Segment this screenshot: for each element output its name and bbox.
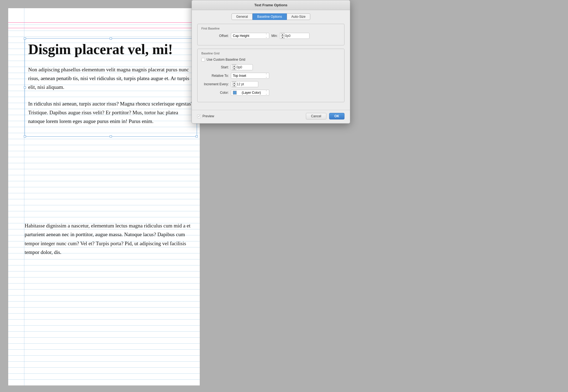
baseline-line xyxy=(8,349,200,350)
baseline-line xyxy=(8,295,200,296)
col-guide-left xyxy=(24,8,24,385)
relative-to-value: Top Inset xyxy=(233,74,246,78)
body-paragraph-1: Non adipiscing phasellus elementum velit… xyxy=(28,65,193,92)
color-select[interactable]: (Layer Color) ⌃⌄ xyxy=(231,90,269,96)
first-baseline-legend: First Baseline xyxy=(201,27,340,30)
text-frame-inner: Disgim placerat vel, mi! Non adipiscing … xyxy=(25,39,197,136)
cancel-button[interactable]: Cancel xyxy=(306,113,326,119)
start-stepper-down[interactable]: ▼ xyxy=(232,67,236,70)
page: Disgim placerat vel, mi! Non adipiscing … xyxy=(8,8,200,385)
tab-auto-size[interactable]: Auto-Size xyxy=(287,13,310,20)
start-value: 0p0 xyxy=(237,65,251,69)
min-stepper[interactable]: ▲ ▼ xyxy=(281,33,285,39)
baseline-grid-group: Baseline Grid Use Custom Baseline Grid S… xyxy=(197,49,344,102)
use-custom-baseline-checkbox[interactable] xyxy=(201,58,205,62)
preview-label: Preview xyxy=(202,114,214,118)
min-field: Min: ▲ ▼ 0p0 xyxy=(271,33,309,39)
dialog-footer: Preview Cancel OK xyxy=(192,110,350,123)
min-value: 0p0 xyxy=(285,34,308,38)
baseline-line xyxy=(8,187,200,187)
handle-bottom-right[interactable] xyxy=(196,135,198,138)
min-input[interactable]: ▲ ▼ 0p0 xyxy=(279,33,309,39)
handle-top-left[interactable] xyxy=(24,37,26,40)
baseline-line xyxy=(8,307,200,308)
min-stepper-down[interactable]: ▼ xyxy=(281,36,285,39)
footer-right: Cancel OK xyxy=(306,113,344,119)
baseline-line xyxy=(8,343,200,344)
offset-label: Offset: xyxy=(201,34,229,38)
start-stepper[interactable]: ▲ ▼ xyxy=(232,65,236,70)
baseline-line xyxy=(8,169,200,169)
baseline-line xyxy=(8,265,200,265)
increment-stepper-down[interactable]: ▼ xyxy=(232,84,236,87)
relative-to-label: Relative To: xyxy=(201,74,229,78)
baseline-line xyxy=(8,37,200,37)
start-stepper-up[interactable]: ▲ xyxy=(232,65,236,67)
baseline-line xyxy=(8,301,200,302)
relative-to-select[interactable]: Top Inset ⌃⌄ xyxy=(231,73,269,79)
increment-stepper-up[interactable]: ▲ xyxy=(232,81,236,84)
baseline-line xyxy=(8,145,200,145)
offset-value: Cap Height xyxy=(233,34,249,38)
handle-bottom-mid[interactable] xyxy=(110,135,112,138)
custom-baseline-row: Use Custom Baseline Grid xyxy=(201,58,340,62)
relative-to-row: Relative To: Top Inset ⌃⌄ xyxy=(201,73,340,79)
increment-stepper[interactable]: ▲ ▼ xyxy=(232,81,236,87)
color-value: (Layer Color) xyxy=(242,91,261,95)
tab-baseline-options[interactable]: Baseline Options xyxy=(253,13,287,20)
min-label: Min: xyxy=(271,34,278,38)
min-stepper-up[interactable]: ▲ xyxy=(281,33,285,36)
baseline-line xyxy=(8,319,200,320)
handle-top-mid[interactable] xyxy=(110,37,112,40)
preview-checkbox[interactable] xyxy=(197,115,201,118)
text-outside: Habitasse dignissim a nascetur, elementu… xyxy=(25,221,197,264)
baseline-line xyxy=(8,205,200,205)
start-row: Start: ▲ ▼ 0p0 xyxy=(201,64,340,70)
start-input[interactable]: ▲ ▼ 0p0 xyxy=(231,64,253,70)
baseline-line xyxy=(8,271,200,271)
relative-to-chevron-icon: ⌃⌄ xyxy=(265,73,267,78)
offset-select[interactable]: Cap Height ⌃⌄ xyxy=(231,33,269,39)
increment-row: Increment Every: ▲ ▼ 12 pt xyxy=(201,81,340,87)
baseline-line xyxy=(8,157,200,157)
baseline-grid-legend: Baseline Grid xyxy=(201,52,340,55)
baseline-line xyxy=(8,175,200,175)
offset-row: Offset: Cap Height ⌃⌄ Min: ▲ ▼ 0p0 xyxy=(201,33,340,39)
baseline-line xyxy=(8,361,200,362)
body-paragraph-2: In ridiculus nisi aenean, turpis auctor … xyxy=(28,100,193,126)
increment-input[interactable]: ▲ ▼ 12 pt xyxy=(231,81,258,87)
baseline-line xyxy=(8,373,200,374)
dialog-titlebar: Text Frame Options xyxy=(192,0,350,10)
tab-general[interactable]: General xyxy=(231,13,253,20)
ok-button[interactable]: OK xyxy=(329,113,344,119)
baseline-line xyxy=(8,325,200,326)
baseline-line xyxy=(8,31,200,31)
baseline-line xyxy=(8,283,200,283)
color-swatch-icon xyxy=(233,91,237,95)
guide-pink-2 xyxy=(8,28,200,28)
color-label: Color: xyxy=(201,91,229,95)
baseline-line xyxy=(8,367,200,368)
body-paragraph-3: Habitasse dignissim a nascetur, elementu… xyxy=(25,221,197,257)
baseline-line xyxy=(8,151,200,151)
color-chevron-icon: ⌃⌄ xyxy=(265,90,267,95)
baseline-line xyxy=(8,331,200,332)
baseline-line xyxy=(8,379,200,380)
dialog-title: Text Frame Options xyxy=(254,3,287,7)
use-custom-baseline-label: Use Custom Baseline Grid xyxy=(207,58,245,62)
handle-left-mid[interactable] xyxy=(24,86,26,89)
heading-text: Disgim placerat vel, mi! xyxy=(28,41,193,58)
baseline-line xyxy=(8,337,200,338)
text-frame[interactable]: Disgim placerat vel, mi! Non adipiscing … xyxy=(25,38,197,137)
dialog-body: First Baseline Offset: Cap Height ⌃⌄ Min… xyxy=(192,20,350,110)
baseline-line xyxy=(8,25,200,25)
increment-value: 12 pt xyxy=(237,82,257,86)
baseline-line xyxy=(8,139,200,139)
color-row: Color: (Layer Color) ⌃⌄ xyxy=(201,90,340,96)
document-area: Disgim placerat vel, mi! Non adipiscing … xyxy=(0,0,568,392)
baseline-line xyxy=(8,163,200,163)
baseline-line xyxy=(8,355,200,356)
handle-bottom-left[interactable] xyxy=(24,135,26,138)
baseline-line xyxy=(8,217,200,217)
baseline-line xyxy=(8,277,200,277)
